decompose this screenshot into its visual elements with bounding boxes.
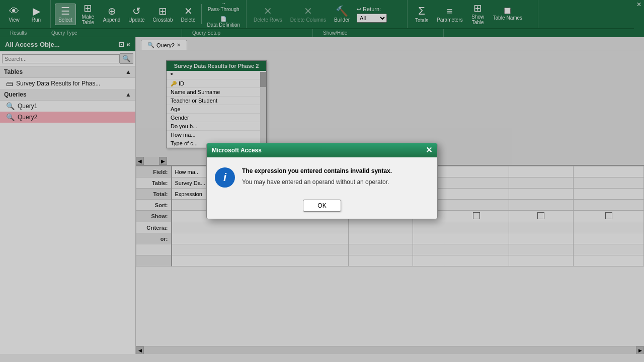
dialog-message-main: The expression you entered contains inva… <box>242 167 429 174</box>
dialog-message-sub: You may have entered an operand without … <box>242 178 429 186</box>
dialog-text: The expression you entered contains inva… <box>242 167 429 186</box>
dialog-info-icon: i <box>215 167 235 188</box>
dialog-ok-button[interactable]: OK <box>303 200 341 212</box>
dialog-title-bar: Microsoft Access ✕ <box>207 143 437 157</box>
dialog-body: i The expression you entered contains in… <box>207 157 437 196</box>
dialog-close-button[interactable]: ✕ <box>426 146 432 154</box>
dialog-footer: OK <box>207 196 437 219</box>
dialog: Microsoft Access ✕ i The expression you … <box>206 143 438 219</box>
dialog-overlay: Microsoft Access ✕ i The expression you … <box>0 0 644 362</box>
dialog-title: Microsoft Access <box>212 147 262 154</box>
